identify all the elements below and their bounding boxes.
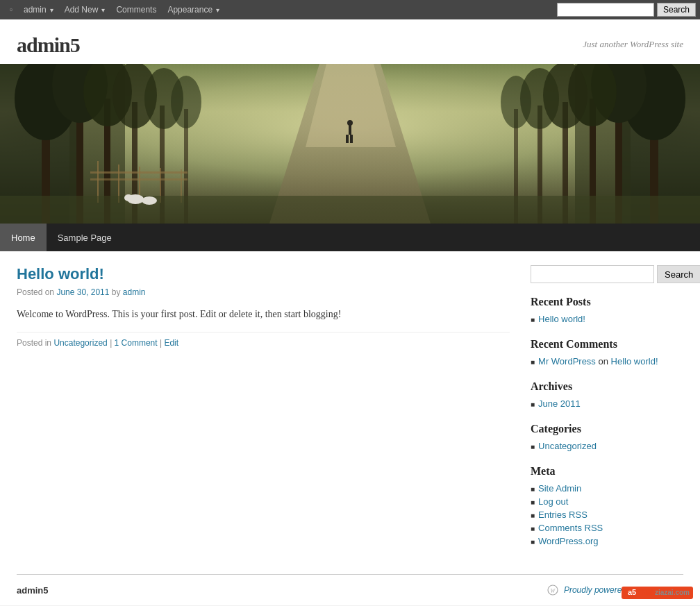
main-content: Hello world! Posted on June 30, 2011 by … <box>0 251 700 574</box>
post-title-link[interactable]: Hello world! <box>17 265 104 283</box>
list-item: ■ June 2011 <box>531 398 683 409</box>
admin-search-input[interactable] <box>557 3 654 17</box>
archives-list: ■ June 2011 <box>531 398 683 409</box>
bullet-icon: ■ <box>531 498 535 506</box>
widget-recent-comments: Recent Comments ■ Mr WordPress on Hello … <box>531 338 683 367</box>
nav-item-sample-page[interactable]: Sample Page <box>47 224 123 251</box>
admin-bar-appearance[interactable]: Appearance ▾ <box>162 0 225 19</box>
site-footer: admin5 W Proudly powered by WordPress. <box>0 575 700 605</box>
list-item: ■ WordPress.org <box>531 536 683 546</box>
meta-log-out-link[interactable]: Log out <box>538 496 568 507</box>
nav-item-home[interactable]: Home <box>0 224 47 251</box>
recent-comments-list: ■ Mr WordPress on Hello world! <box>531 356 683 367</box>
list-item: ■ Site Admin <box>531 483 683 494</box>
site-wrapper: admin5 Just another WordPress site <box>0 19 700 605</box>
post-hello-world: Hello world! Posted on June 30, 2011 by … <box>17 265 510 348</box>
bullet-icon: ■ <box>531 401 535 408</box>
meta-comments-rss-link[interactable]: Comments RSS <box>538 523 603 533</box>
svg-text:W: W <box>550 588 556 594</box>
categories-title: Categories <box>531 423 683 435</box>
list-item: ■ Uncategorized <box>531 441 683 451</box>
admin-search-form: Search <box>557 3 696 17</box>
comment-author-link[interactable]: Mr WordPress <box>538 356 596 367</box>
list-item: ■ Entries RSS <box>531 510 683 520</box>
svg-point-19 <box>171 76 201 128</box>
svg-rect-39 <box>90 171 188 174</box>
svg-point-47 <box>124 194 133 201</box>
bullet-icon: ■ <box>531 525 535 532</box>
admin-caret-icon: ▾ <box>50 6 53 14</box>
svg-point-48 <box>142 196 157 205</box>
hero-svg <box>0 64 700 224</box>
svg-rect-44 <box>350 135 353 143</box>
svg-point-33 <box>501 76 531 128</box>
wp-footer-icon: W <box>547 584 558 596</box>
wp-logo-icon[interactable]: W <box>4 3 18 17</box>
bullet-icon: ■ <box>531 358 535 366</box>
recent-post-link-1[interactable]: Hello world! <box>538 314 585 324</box>
post-meta: Posted on June 30, 2011 by admin <box>17 287 510 297</box>
list-item: ■ Log out <box>531 496 683 507</box>
categories-list: ■ Uncategorized <box>531 441 683 451</box>
meta-site-admin-link[interactable]: Site Admin <box>538 483 581 494</box>
admin-bar-comments[interactable]: Comments <box>110 0 162 19</box>
svg-point-41 <box>347 120 353 126</box>
widget-categories: Categories ■ Uncategorized <box>531 423 683 451</box>
site-header: admin5 Just another WordPress site <box>0 19 700 64</box>
list-item: ■ Hello world! <box>531 314 683 324</box>
admin-bar: W admin ▾ Add New ▾ Comments Appearance … <box>0 0 700 19</box>
posts-area: Hello world! Posted on June 30, 2011 by … <box>17 265 531 560</box>
recent-posts-title: Recent Posts <box>531 296 683 308</box>
bullet-icon: ■ <box>531 443 535 451</box>
post-date-link[interactable]: June 30, 2011 <box>56 287 109 297</box>
post-title: Hello world! <box>17 265 510 283</box>
post-category-link[interactable]: Uncategorized <box>53 338 107 348</box>
meta-entries-rss-link[interactable]: Entries RSS <box>538 510 588 520</box>
admin-bar-add-new[interactable]: Add New ▾ <box>59 0 111 19</box>
watermark: a5下载 ziazai.com <box>622 587 693 599</box>
list-item: ■ Comments RSS <box>531 523 683 533</box>
sidebar-search-form: Search <box>531 265 683 283</box>
hero-image <box>0 64 700 224</box>
svg-rect-43 <box>346 135 349 143</box>
footer-site-name: admin5 <box>17 585 49 596</box>
meta-list: ■ Site Admin ■ Log out ■ Entries RSS ■ C… <box>531 483 683 546</box>
post-content: Welcome to WordPress. This is your first… <box>17 307 510 322</box>
svg-rect-40 <box>90 178 188 180</box>
widget-recent-posts: Recent Posts ■ Hello world! <box>531 296 683 324</box>
add-new-caret-icon: ▾ <box>101 6 105 14</box>
site-nav: Home Sample Page <box>0 224 700 251</box>
appearance-caret-icon: ▾ <box>216 6 219 14</box>
svg-rect-45 <box>0 196 700 224</box>
category-link-1[interactable]: Uncategorized <box>538 441 597 451</box>
post-author-link[interactable]: admin <box>123 287 146 297</box>
bullet-icon: ■ <box>531 485 535 493</box>
widget-meta: Meta ■ Site Admin ■ Log out ■ Entries RS… <box>531 465 683 546</box>
svg-rect-42 <box>349 125 351 135</box>
admin-bar-admin[interactable]: admin ▾ <box>18 0 59 19</box>
bullet-icon: ■ <box>531 512 535 519</box>
post-edit-link[interactable]: Edit <box>164 338 178 348</box>
archives-title: Archives <box>531 380 683 393</box>
list-item: ■ Mr WordPress on Hello world! <box>531 356 683 367</box>
recent-posts-list: ■ Hello world! <box>531 314 683 324</box>
archive-link-1[interactable]: June 2011 <box>538 398 581 409</box>
comment-post-link[interactable]: Hello world! <box>611 356 658 367</box>
site-tagline: Just another WordPress site <box>583 39 683 50</box>
meta-wordpress-org-link[interactable]: WordPress.org <box>538 536 598 546</box>
site-title-group: admin5 <box>17 33 80 57</box>
sidebar-search-button[interactable]: Search <box>657 265 700 283</box>
bullet-icon: ■ <box>531 538 535 546</box>
post-footer: Posted in Uncategorized | 1 Comment | Ed… <box>17 332 510 348</box>
sidebar-search-input[interactable] <box>531 265 654 283</box>
recent-comments-title: Recent Comments <box>531 338 683 351</box>
bullet-icon: ■ <box>531 316 535 323</box>
post-comment-link[interactable]: 1 Comment <box>115 338 158 348</box>
sidebar: Search Recent Posts ■ Hello world! Recen… <box>531 265 683 560</box>
admin-search-button[interactable]: Search <box>657 3 696 17</box>
meta-title: Meta <box>531 465 683 478</box>
widget-archives: Archives ■ June 2011 <box>531 380 683 409</box>
site-title: admin5 <box>17 33 80 57</box>
